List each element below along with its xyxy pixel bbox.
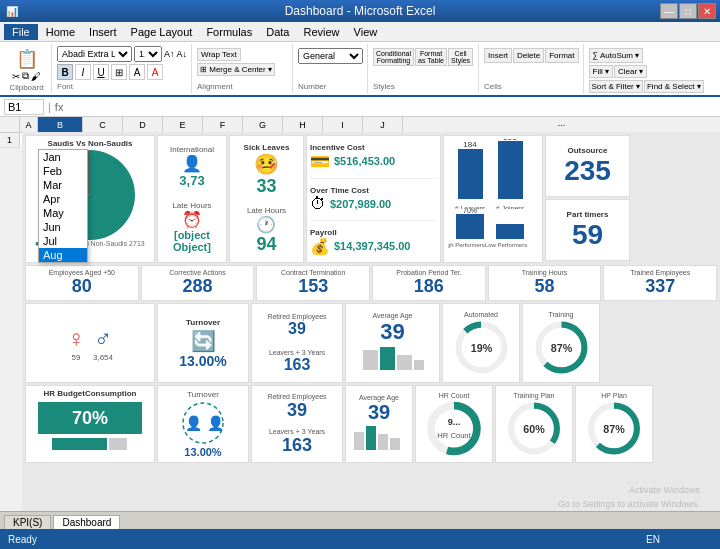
font-size-select[interactable]: 11 <box>134 46 162 62</box>
svg-rect-29 <box>390 438 400 450</box>
menu-review[interactable]: Review <box>297 24 345 40</box>
dropdown-apr[interactable]: Apr <box>39 192 87 206</box>
outsource-card: Outsource 235 <box>545 135 630 197</box>
title-bar: 📊 Dashboard - Microsoft Excel — □ ✕ <box>0 0 720 22</box>
menu-data[interactable]: Data <box>260 24 295 40</box>
svg-rect-27 <box>366 426 376 450</box>
bold-btn[interactable]: B <box>57 64 73 80</box>
training-donut-svg: 87% <box>534 320 589 375</box>
fill-btn[interactable]: Fill ▾ <box>589 65 613 78</box>
dropdown-jun[interactable]: Jun <box>39 220 87 234</box>
month-dropdown[interactable]: Jan Feb Mar Apr May Jun Jul Aug <box>38 149 88 263</box>
menu-view[interactable]: View <box>348 24 384 40</box>
col-header-J[interactable]: J <box>363 117 403 132</box>
merge-center-btn[interactable]: ⊞ Merge & Center ▾ <box>197 63 275 76</box>
svg-text:9...: 9... <box>448 417 461 427</box>
fill-color-btn[interactable]: A <box>129 64 145 80</box>
col-header-B[interactable]: B <box>38 117 83 132</box>
dropdown-jan[interactable]: Jan <box>39 150 87 164</box>
font-group-label: Font <box>57 82 187 91</box>
find-select-btn[interactable]: Find & Select ▾ <box>644 80 704 93</box>
menu-home[interactable]: Home <box>40 24 81 40</box>
cut-btn[interactable]: ✂ <box>12 70 20 82</box>
cells-group: Insert Delete Format Cells <box>480 44 583 93</box>
insert-cells-btn[interactable]: Insert <box>484 48 512 63</box>
font-color-btn[interactable]: A <box>147 64 163 80</box>
menu-pagelayout[interactable]: Page Layout <box>125 24 199 40</box>
italic-btn[interactable]: I <box>75 64 91 80</box>
third-row: ♀ 59 ♂ 3,654 Turnover 🔄 13.00% Retired E… <box>25 303 717 383</box>
svg-rect-26 <box>354 432 364 450</box>
age-bar-chart <box>358 345 428 375</box>
svg-rect-8 <box>496 224 524 239</box>
col-header-H[interactable]: H <box>283 117 323 132</box>
gender-card: ♀ 59 ♂ 3,654 <box>25 303 155 383</box>
avg-age-bar-card: Average Age 39 <box>345 385 413 463</box>
format-painter-btn[interactable]: 🖌 <box>31 70 41 82</box>
row-header-corner <box>0 117 20 132</box>
dropdown-aug[interactable]: Aug <box>39 248 87 262</box>
dropdown-jul[interactable]: Jul <box>39 234 87 248</box>
stat-label-4: Training Hours <box>522 269 568 276</box>
dropdown-may[interactable]: May <box>39 206 87 220</box>
international-value: 3,73 <box>170 173 214 188</box>
alignment-label: Alignment <box>197 82 288 91</box>
dropdown-mar[interactable]: Mar <box>39 178 87 192</box>
menu-formulas[interactable]: Formulas <box>200 24 258 40</box>
formula-input[interactable]: Jun <box>67 101 716 113</box>
menu-insert[interactable]: Insert <box>83 24 123 40</box>
hr-budget-title: HR BudgetConsumption <box>44 389 137 398</box>
font-shrink-btn[interactable]: A↓ <box>177 49 188 59</box>
col-header-E[interactable]: E <box>163 117 203 132</box>
window-title: Dashboard - Microsoft Excel <box>285 4 436 18</box>
stat-card-2: Contract Termination 153 <box>256 265 370 301</box>
stat-value-1: 288 <box>182 276 212 297</box>
late-value: 94 <box>247 234 286 255</box>
autosum-btn[interactable]: ∑ AutoSum ▾ <box>589 48 644 63</box>
tab-kpis[interactable]: KPI(S) <box>4 515 51 529</box>
hp-plan-donut-card: HP Plan 87% <box>575 385 653 463</box>
tab-dashboard[interactable]: Dashboard <box>53 515 120 529</box>
close-btn[interactable]: ✕ <box>698 3 716 19</box>
overtime-cost-row: Over Time Cost ⏱ $207,989.00 <box>310 186 437 213</box>
col-header-A[interactable]: A <box>20 117 38 132</box>
stats-row: Employees Aged +50 80 Corrective Actions… <box>25 265 717 301</box>
delete-cells-btn[interactable]: Delete <box>513 48 544 63</box>
number-format-select[interactable]: General <box>298 48 363 64</box>
wrap-text-btn[interactable]: Wrap Text <box>197 48 241 61</box>
border-btn[interactable]: ⊞ <box>111 64 127 80</box>
menu-file[interactable]: File <box>4 24 38 40</box>
format-as-table-btn[interactable]: Formatas Table <box>415 48 447 66</box>
underline-btn[interactable]: U <box>93 64 109 80</box>
automated-donut-svg: 19% <box>454 320 509 375</box>
font-family-select[interactable]: Abadi Extra Light <box>57 46 132 62</box>
col-header-D[interactable]: D <box>123 117 163 132</box>
minimize-btn[interactable]: — <box>660 3 678 19</box>
stat-card-5: Trained Employees 337 <box>603 265 717 301</box>
sort-filter-btn[interactable]: Sort & Filter ▾ <box>589 80 643 93</box>
copy-btn[interactable]: ⧉ <box>22 70 29 82</box>
stat-value-2: 153 <box>298 276 328 297</box>
col-header-G[interactable]: G <box>243 117 283 132</box>
svg-text:High Performers: High Performers <box>448 242 485 248</box>
styles-label: Styles <box>373 82 474 91</box>
font-grow-btn[interactable]: A↑ <box>164 49 175 59</box>
retired-leavers-card: Retired Employees 39 Leavers + 3 Years 1… <box>251 385 343 463</box>
col-header-F[interactable]: F <box>203 117 243 132</box>
conditional-formatting-btn[interactable]: ConditionalFormatting <box>373 48 414 66</box>
col-header-C[interactable]: C <box>83 117 123 132</box>
maximize-btn[interactable]: □ <box>679 3 697 19</box>
format-cells-btn[interactable]: Format <box>545 48 578 63</box>
stat-label-0: Employees Aged +50 <box>49 269 115 276</box>
outsource-value: 235 <box>564 155 611 187</box>
name-box[interactable] <box>4 99 44 115</box>
col-header-I[interactable]: I <box>323 117 363 132</box>
cell-styles-btn[interactable]: CellStyles <box>448 48 473 66</box>
svg-rect-14 <box>414 360 424 370</box>
status-bar: Ready EN <box>0 529 720 549</box>
paste-btn[interactable]: 📋 <box>16 48 38 70</box>
font-group: Abadi Extra Light 11 A↑ A↓ B I U ⊞ A A F… <box>53 44 192 93</box>
dropdown-feb[interactable]: Feb <box>39 164 87 178</box>
clear-btn[interactable]: Clear ▾ <box>614 65 647 78</box>
avg-age-value: 39 <box>380 319 404 345</box>
